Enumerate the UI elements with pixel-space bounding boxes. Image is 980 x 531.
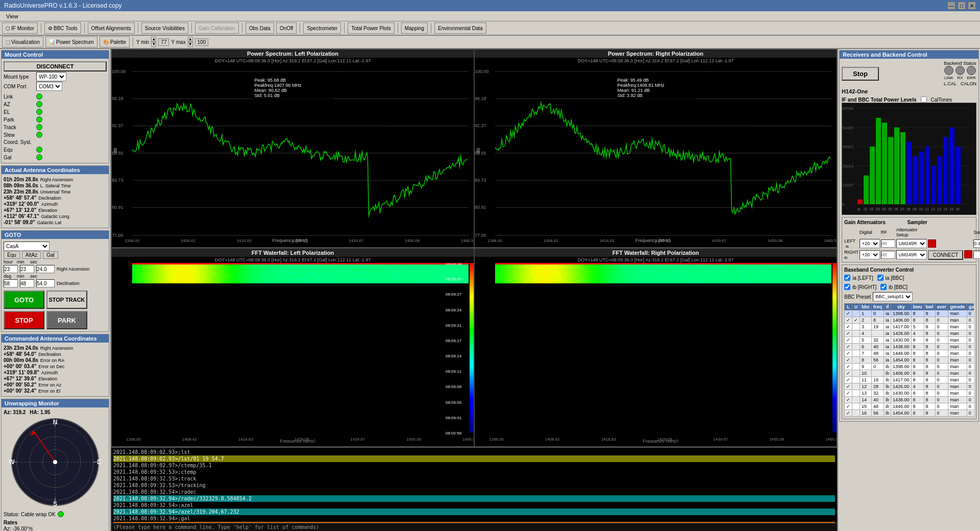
cal-tones-checkbox[interactable] <box>921 96 927 103</box>
ymin-up[interactable]: ▲ <box>151 37 156 42</box>
cell-u <box>852 410 860 417</box>
stop-backend-btn[interactable]: Stop <box>842 67 879 81</box>
ia-left-checkbox[interactable] <box>844 275 850 281</box>
toolbar-sep9 <box>431 23 431 33</box>
connect-btn[interactable]: CONNECT <box>928 250 963 260</box>
cell-gmode: man <box>948 324 967 330</box>
gal-lat-value: -01° 58' 09.0" <box>4 220 35 225</box>
ymax-down[interactable]: ▼ <box>188 42 193 47</box>
attenuator-left-select[interactable]: UM245R <box>896 239 927 248</box>
cell-bbc: 14 <box>860 397 872 403</box>
ia-bbc-checkbox[interactable] <box>877 275 884 281</box>
gain-calibration-btn[interactable]: Gain Calibration <box>195 22 239 34</box>
stop-btn[interactable]: STOP <box>4 311 44 329</box>
com-port-label: COM Port <box>4 84 34 89</box>
goto-tabs-row: Equ AltAz Gal <box>4 251 107 259</box>
coord-syst-row: Coord. Syst. <box>4 139 107 145</box>
obs-data-btn[interactable]: Obs Data <box>246 22 274 34</box>
backend-header: Stop Backend Status LINK RX <box>842 61 976 86</box>
table-row: ✓10ia1398.00880man00 <box>845 310 974 317</box>
bbc-header-row: L U bbc freq if sky bwu bwl aver gmode <box>845 304 974 310</box>
mount-type-select[interactable]: WP-100 <box>36 72 66 81</box>
ib-right-checkbox[interactable] <box>844 284 850 290</box>
ra-hour-input[interactable] <box>4 265 18 273</box>
digital-left-select[interactable]: +20 <box>860 239 880 248</box>
ra-min-input[interactable] <box>20 265 34 273</box>
cell-aver: 0 <box>935 370 948 377</box>
svg-point-18 <box>53 460 57 464</box>
digital-right-select[interactable]: +20 <box>860 250 880 259</box>
mount-type-label: Mount type <box>4 74 34 80</box>
park-btn[interactable]: PARK <box>46 311 87 329</box>
ymin-down[interactable]: ▼ <box>151 42 156 47</box>
mapping-btn[interactable]: Mapping <box>401 22 428 34</box>
cell-freq: 19 <box>872 324 884 330</box>
sampler-left-input[interactable] <box>973 239 980 248</box>
attenuator-right-select[interactable]: UM245R <box>896 250 927 259</box>
bbc-tools-btn[interactable]: ⚙ BBC Tools <box>44 22 81 34</box>
bbc-preset-select[interactable]: BBC_setup01 <box>873 292 913 301</box>
cell-u <box>852 344 860 350</box>
left-power-spectrum: Power Spectrum: Left Polarization DOY=14… <box>111 49 474 248</box>
palette-btn[interactable]: 🎨 Palette <box>100 36 130 47</box>
minimize-btn[interactable]: — <box>947 2 955 10</box>
cell-bwl: 8 <box>924 377 935 383</box>
stop-track-btn[interactable]: STOP TRACK <box>46 291 87 309</box>
ib-bbc-checkbox[interactable] <box>880 284 887 290</box>
source-visibilities-btn[interactable]: Source Visibilities <box>141 22 188 34</box>
table-row: ✓4ia1426.00480man00 <box>845 330 974 337</box>
el-coord-label: Elevation <box>38 208 57 213</box>
menu-view[interactable]: View <box>2 12 22 20</box>
tab-altaz[interactable]: AltAz <box>22 251 41 259</box>
cmd-az-value: +319° 11' 09.8" <box>4 370 39 375</box>
window-controls[interactable]: — □ ✕ <box>947 2 976 10</box>
cell-freq: 28 <box>872 383 884 390</box>
cell-sky: 1417.00 <box>891 324 912 330</box>
environmental-btn[interactable]: Environmental Data <box>434 22 486 34</box>
cell-freq: 40 <box>872 397 884 403</box>
indicators: Link AZ EL Park <box>4 93 107 161</box>
sampler-right-input[interactable] <box>973 251 980 259</box>
rf-left-input[interactable] <box>881 239 895 248</box>
com-port-select[interactable]: COM3 <box>36 82 62 91</box>
if-monitor-btn[interactable]: ⬡ IF Monitor <box>2 22 38 34</box>
offset-alignments-btn[interactable]: Offset Alignments <box>88 22 135 34</box>
az-label: AZ <box>4 102 34 107</box>
el-indicator-row: EL <box>4 109 107 115</box>
total-power-btn[interactable]: Total Power Plots <box>348 22 394 34</box>
spectrometer-btn[interactable]: Spectrometer <box>303 22 341 34</box>
dec-value: +58° 48' 57.4" <box>4 195 36 201</box>
visualization-btn[interactable]: ⬚ Visualization <box>2 36 43 47</box>
rf-right-input[interactable] <box>881 251 895 259</box>
maximize-btn[interactable]: □ <box>958 2 966 10</box>
cell-u <box>852 364 860 370</box>
deg-label: deg <box>4 274 15 279</box>
tab-gal[interactable]: Gal <box>43 251 58 259</box>
source-select[interactable]: CasA <box>4 242 50 251</box>
attenuator-left-indicator <box>928 239 936 248</box>
cell-aver: 0 <box>935 330 948 337</box>
tab-equ[interactable]: Equ <box>4 251 20 259</box>
ymax-up[interactable]: ▲ <box>188 37 193 42</box>
bbc-tools-icon: ⚙ <box>48 26 53 31</box>
cmd-line: 2021.148.08:09:32.53>;ctemp <box>113 469 835 475</box>
power-spectrum-btn[interactable]: 📊 Power Spectrum <box>45 36 97 47</box>
cell-bwu: 8 <box>911 337 924 344</box>
ra-sec-input[interactable] <box>36 265 55 273</box>
link-label: Link <box>4 94 34 100</box>
goto-btn[interactable]: GOTO <box>4 291 44 309</box>
dec-deg-input[interactable] <box>4 279 18 287</box>
gal-lat-label: Galactic Lat <box>37 220 62 225</box>
close-btn[interactable]: ✕ <box>968 2 976 10</box>
cell-gmode: man <box>948 337 967 344</box>
onoff-btn[interactable]: OnOff <box>276 22 297 34</box>
left-power-meta: DOY=148 UTC=08:09:36.0 [Hor] Az:319.2 El… <box>112 58 474 64</box>
dec-min-input[interactable] <box>20 279 34 287</box>
dec-sec-input[interactable] <box>36 279 55 287</box>
bbc-preset-row: BBC Preset BBC_setup01 <box>844 292 974 301</box>
cell-l: ✓ <box>845 370 852 377</box>
cell-u <box>852 357 860 364</box>
disconnect-btn[interactable]: DISCONNECT <box>4 61 107 71</box>
cell-bwu: 8 <box>911 350 924 357</box>
toolbar-sep4 <box>191 23 192 33</box>
